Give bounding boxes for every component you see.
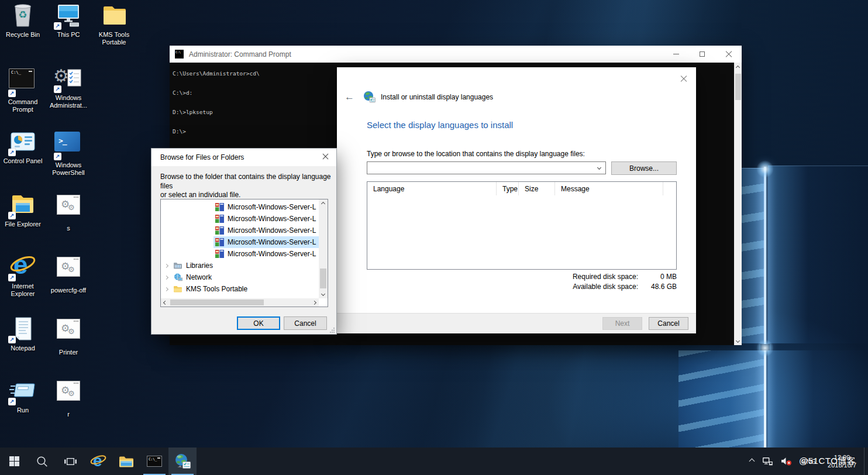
command-prompt-icon: C:\_ ↗ bbox=[9, 68, 37, 97]
desktop-icon-recycle-bin[interactable]: ♻ Recycle Bin bbox=[0, 1, 46, 39]
desktop-icon-command-prompt[interactable]: C:\_ ↗ Command Prompt bbox=[0, 64, 46, 113]
tree-expander-icon[interactable] bbox=[164, 275, 168, 279]
desktop-icon-label: Control Panel bbox=[0, 157, 46, 165]
desktop-icon-powercfg-off[interactable]: ⚙ ⚙ powercfg-off bbox=[46, 253, 91, 294]
shortcut-arrow-icon: ↗ bbox=[8, 274, 16, 281]
column-header-message[interactable]: Message bbox=[555, 182, 663, 195]
tree-expander-icon[interactable] bbox=[164, 263, 168, 267]
taskbar-file-explorer[interactable] bbox=[112, 448, 140, 475]
desktop-icon-s[interactable]: ⚙ ⚙ s bbox=[46, 191, 91, 232]
tree-item-kms-tools-portable[interactable]: KMS Tools Portable bbox=[161, 283, 319, 295]
close-icon bbox=[680, 75, 687, 82]
browse-dialog-title-bar[interactable]: Browse for Files or Folders bbox=[151, 149, 336, 166]
tree-expander-icon[interactable] bbox=[164, 287, 168, 291]
scroll-right-button[interactable] bbox=[310, 298, 319, 307]
desktop-icon-run[interactable]: ↗ Run bbox=[0, 377, 46, 414]
gear-icon: ⚙ bbox=[68, 327, 75, 336]
tree-item-file[interactable]: Microsoft-Windows-Server-L bbox=[161, 213, 319, 225]
tree-item-file[interactable]: Microsoft-Windows-Server-L bbox=[161, 248, 319, 260]
tree-item-file[interactable]: Microsoft-Windows-Server-L bbox=[161, 225, 319, 236]
volume-muted-icon bbox=[781, 457, 792, 466]
volume-tray-button[interactable] bbox=[777, 448, 796, 475]
network-icon bbox=[173, 273, 182, 281]
tree-item-libraries[interactable]: Libraries bbox=[161, 260, 319, 271]
cancel-button[interactable]: Cancel bbox=[284, 316, 327, 330]
folder-tree[interactable]: Microsoft-Windows-Server-L Microsoft-Win… bbox=[160, 199, 328, 307]
desktop-icon-file-explorer[interactable]: ↗ File Explorer bbox=[0, 191, 46, 228]
taskbar-command-prompt[interactable]: C:\_ bbox=[140, 448, 168, 475]
search-button[interactable] bbox=[28, 448, 56, 475]
location-label: Type or browse to the location that cont… bbox=[367, 150, 585, 158]
location-combobox[interactable] bbox=[367, 161, 606, 174]
desktop-icon-powershell[interactable]: >_ ↗ Windows PowerShell bbox=[46, 128, 91, 177]
desktop-icon-control-panel[interactable]: ↗ Control Panel bbox=[0, 128, 46, 165]
back-button[interactable]: ← bbox=[345, 91, 359, 103]
scrollbar-thumb[interactable] bbox=[735, 74, 741, 100]
close-button[interactable] bbox=[715, 46, 742, 63]
next-button[interactable]: Next bbox=[602, 317, 642, 330]
tree-horizontal-scrollbar[interactable] bbox=[161, 298, 319, 307]
dialog-footer: Next Cancel bbox=[337, 313, 696, 333]
maximize-button[interactable] bbox=[689, 46, 715, 63]
desktop-icon-label: This PC bbox=[46, 31, 91, 39]
cmd-prompt-text: C:\_ bbox=[11, 70, 21, 75]
wallpaper-window-pane bbox=[768, 166, 868, 343]
available-disk-space-row: Available disk space: 48.6 GB bbox=[573, 283, 677, 291]
desktop-icon-printer[interactable]: ⚙ ⚙ Printer bbox=[46, 315, 91, 356]
desktop-icon-kms-tools[interactable]: KMS Tools Portable bbox=[91, 1, 137, 46]
folder-icon bbox=[100, 1, 128, 29]
network-tray-button[interactable] bbox=[759, 448, 777, 475]
tree-item-file-selected[interactable]: Microsoft-Windows-Server-L bbox=[161, 236, 319, 248]
scroll-down-button[interactable] bbox=[734, 336, 742, 345]
shortcut-arrow-icon: ↗ bbox=[8, 336, 16, 343]
desktop-icon-notepad[interactable]: ↗ Notepad bbox=[0, 315, 46, 352]
desktop-icon-this-pc[interactable]: ↗ This PC bbox=[46, 1, 91, 39]
language-list[interactable]: Language Type Size Message bbox=[367, 181, 677, 270]
chevron-up-icon bbox=[749, 459, 755, 464]
browse-dialog-description: Browse to the folder that contains the d… bbox=[160, 173, 332, 200]
batch-file-icon: ⚙ ⚙ bbox=[54, 381, 82, 409]
desktop-icon-label: Windows PowerShell bbox=[46, 161, 91, 177]
task-view-button[interactable] bbox=[56, 448, 84, 475]
tree-item-network[interactable]: Network bbox=[161, 271, 319, 283]
chevron-down-icon bbox=[321, 292, 325, 296]
dialog-close-button[interactable] bbox=[322, 153, 329, 161]
console-scrollbar[interactable] bbox=[734, 63, 742, 345]
minimize-button[interactable] bbox=[663, 46, 689, 63]
show-hidden-icons-button[interactable] bbox=[745, 448, 759, 475]
list-header: Language Type Size Message bbox=[367, 182, 676, 195]
scrollbar-thumb[interactable] bbox=[170, 300, 264, 305]
scroll-left-button[interactable] bbox=[161, 298, 170, 307]
taskbar-lpksetup[interactable] bbox=[168, 448, 197, 475]
required-disk-space-row: Required disk space: 0 MB bbox=[573, 273, 677, 281]
internet-explorer-icon: e bbox=[89, 453, 107, 470]
network-icon bbox=[763, 457, 773, 466]
tree-item-file[interactable]: Microsoft-Windows-Server-L bbox=[161, 201, 319, 213]
language-globe-icon bbox=[363, 91, 376, 103]
scroll-down-button[interactable] bbox=[319, 290, 328, 298]
scrollbar-thumb[interactable] bbox=[320, 269, 326, 288]
desktop-icon-r[interactable]: ⚙ ⚙ r bbox=[46, 377, 91, 418]
column-header-language[interactable]: Language bbox=[367, 182, 497, 195]
column-header-filler bbox=[663, 182, 676, 195]
taskbar-internet-explorer[interactable]: e bbox=[84, 448, 112, 475]
desktop-icon-internet-explorer[interactable]: e ↗ Internet Explorer bbox=[0, 253, 46, 298]
batch-file-icon: ⚙ ⚙ bbox=[54, 319, 82, 347]
scroll-up-button[interactable] bbox=[319, 199, 328, 208]
dialog-close-button[interactable] bbox=[680, 75, 687, 84]
show-desktop-button[interactable] bbox=[864, 448, 868, 475]
tree-vertical-scrollbar[interactable] bbox=[319, 199, 328, 298]
start-button[interactable] bbox=[0, 448, 28, 475]
desktop-icon-admin-tools[interactable]: ⚙ ↗ Windows Administrat... bbox=[46, 64, 91, 109]
cancel-button[interactable]: Cancel bbox=[649, 317, 688, 330]
ok-button[interactable]: OK bbox=[237, 316, 280, 330]
rar-archive-icon bbox=[215, 250, 224, 258]
column-header-size[interactable]: Size bbox=[519, 182, 555, 195]
cmd-window-icon: C:\ bbox=[175, 50, 184, 58]
cmd-title-bar[interactable]: C:\ Administrator: Command Prompt bbox=[170, 46, 742, 63]
scroll-up-button[interactable] bbox=[734, 63, 742, 72]
column-header-type[interactable]: Type bbox=[497, 182, 519, 195]
browse-dialog-title: Browse for Files or Folders bbox=[160, 153, 244, 161]
resize-grip[interactable] bbox=[329, 327, 335, 333]
browse-button[interactable]: Browse... bbox=[611, 161, 677, 175]
